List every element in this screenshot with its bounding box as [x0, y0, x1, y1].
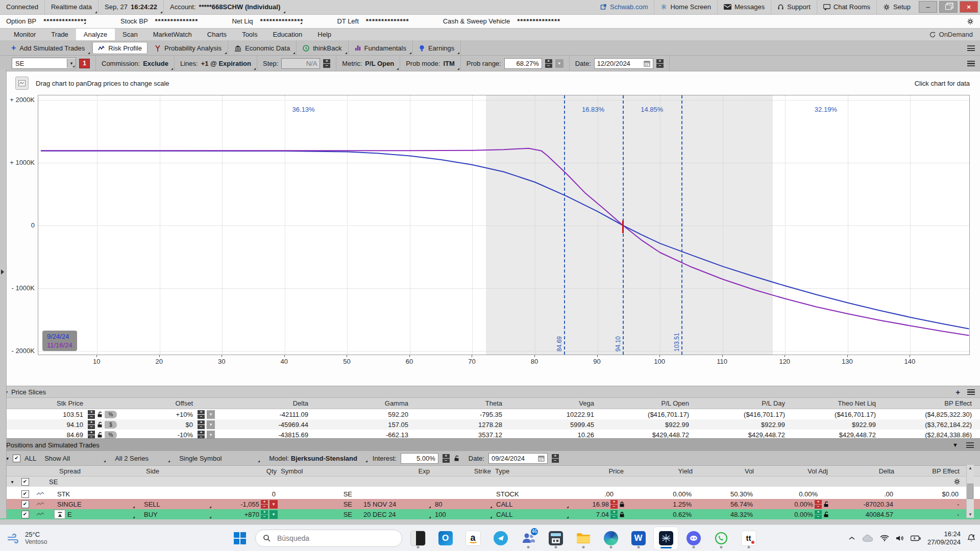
controls-menu-button[interactable]: [962, 61, 980, 66]
calendar-icon[interactable]: [538, 455, 545, 462]
price-stepper[interactable]: +−: [610, 500, 618, 509]
scrollbar-thumb[interactable]: [967, 484, 973, 499]
prob-range-stepper[interactable]: +−: [545, 59, 552, 68]
model-dropdown[interactable]: Model: Bjerksund-Stensland: [265, 454, 369, 463]
taskbar-app-telegram[interactable]: [488, 527, 512, 549]
tab-tools[interactable]: Tools: [234, 29, 265, 41]
schwab-link[interactable]: Schwab.com: [594, 0, 654, 14]
interest-stepper[interactable]: +−: [443, 454, 450, 463]
taskbar-app-edge[interactable]: [599, 527, 623, 549]
balance-net-liq[interactable]: Net Liq**************: [232, 17, 303, 25]
price-slices-header[interactable]: ▾ Price Slices +: [0, 386, 980, 398]
exp-cell[interactable]: 15 NOV 24: [355, 499, 432, 509]
support-button[interactable]: Support: [771, 0, 817, 14]
chart-line-icon[interactable]: [36, 491, 44, 496]
qty-stepper[interactable]: +−: [261, 510, 268, 519]
lock-open-icon[interactable]: [454, 455, 459, 462]
spread-cell[interactable]: E: [49, 509, 136, 519]
ondemand-button[interactable]: OnDemand: [922, 29, 980, 41]
position-row-buy[interactable]: ✔ E BUY +870 +− ▾ SE 20 DEC 24 100 CALL …: [0, 509, 980, 519]
price-stepper[interactable]: +−: [88, 420, 95, 429]
offset-dropdown[interactable]: ▾: [207, 431, 215, 439]
positions-scrollbar[interactable]: ▲ ▼: [966, 465, 974, 518]
y-axis[interactable]: + 2000K+ 1000K0- 1000K- 2000K: [6, 95, 38, 355]
vol-adj-stepper[interactable]: +−: [815, 500, 822, 509]
vol-adj-stepper[interactable]: +−: [815, 510, 822, 519]
price-slice-row[interactable]: 94.10 +− $ $0 +− ▾ -45969.44 157.05 1278…: [0, 419, 980, 430]
chat-rooms-button[interactable]: Chat Rooms: [817, 0, 877, 14]
chevron-down-icon[interactable]: ▾: [67, 59, 76, 68]
balance-settings-button[interactable]: [967, 18, 974, 25]
notifications-bell-icon[interactable]: [967, 534, 976, 542]
balance-option-bp[interactable]: Option BP**************: [6, 17, 87, 25]
close-button[interactable]: ×: [960, 1, 978, 13]
position-row-stock[interactable]: ✔ STK 0 SE STOCK .00 0.00% 50.30% 0.00% …: [0, 489, 980, 499]
all-checkbox[interactable]: ✔: [13, 455, 20, 462]
chart-line-icon[interactable]: [36, 502, 44, 507]
minimize-button[interactable]: –: [919, 1, 937, 13]
start-button[interactable]: [228, 527, 252, 549]
strike-cell[interactable]: 80: [432, 499, 493, 509]
taskbar-app-explorer[interactable]: [571, 527, 595, 549]
data-mode-dropdown[interactable]: Realtime data: [45, 0, 99, 14]
vol-adj-cell[interactable]: 0.00% +−: [756, 499, 830, 509]
positions-date-input[interactable]: 09/24/2024: [488, 453, 548, 464]
lock-closed-icon[interactable]: [619, 511, 625, 518]
tab-probability-analysis[interactable]: Probability Analysis: [149, 41, 228, 55]
offset-dropdown[interactable]: ▾: [207, 410, 215, 419]
scroll-down-icon[interactable]: ▼: [968, 512, 972, 517]
prob-range-dropdown[interactable]: ▾: [555, 59, 564, 68]
hamburger-icon[interactable]: [967, 389, 975, 395]
tab-earnings[interactable]: Earnings: [413, 41, 461, 55]
spread-cell[interactable]: SINGLE: [49, 499, 136, 509]
lock-open-icon[interactable]: [823, 511, 829, 518]
alert-badge[interactable]: 1: [79, 59, 90, 68]
taskbar-weather-widget[interactable]: 25°CVentoso: [7, 531, 47, 545]
offset-stepper[interactable]: +−: [198, 420, 205, 429]
side-cell[interactable]: SELL: [136, 499, 212, 509]
taskbar-app-outlook[interactable]: O: [433, 527, 457, 549]
symbol-group-row[interactable]: ▾ ✔ SE: [0, 477, 980, 489]
strike-cell[interactable]: 100: [432, 509, 493, 519]
positions-settings-button[interactable]: [896, 478, 974, 485]
taskbar-app-thinkorswim[interactable]: [654, 527, 678, 549]
symbol-select[interactable]: SE ▾: [12, 58, 76, 69]
lock-closed-icon[interactable]: [619, 501, 625, 508]
price-stepper[interactable]: +−: [610, 510, 618, 519]
tab-trade[interactable]: Trade: [43, 29, 76, 41]
add-simulated-trades-button[interactable]: + Add Simulated Trades: [5, 41, 91, 55]
onedrive-cloud-icon[interactable]: [862, 535, 873, 542]
volume-icon[interactable]: [896, 535, 904, 542]
interest-input[interactable]: 5.00%: [401, 453, 438, 464]
lock-open-icon[interactable]: [97, 411, 103, 418]
step-stepper[interactable]: +−: [323, 59, 330, 68]
taskbar-app-word[interactable]: W: [626, 527, 650, 549]
panel-expand-handle[interactable]: [1, 269, 4, 274]
unit-badge[interactable]: %: [105, 431, 117, 439]
qty-dropdown[interactable]: ▾: [270, 510, 278, 519]
tab-education[interactable]: Education: [265, 29, 310, 41]
date-input[interactable]: 12/20/2024: [594, 58, 653, 69]
taskbar-search[interactable]: [255, 530, 402, 547]
single-symbol-dropdown[interactable]: Single Symbol: [175, 454, 261, 463]
price-stepper[interactable]: +−: [88, 410, 95, 419]
tab-economic-data[interactable]: Economic Data: [228, 41, 297, 55]
rollup-icon[interactable]: [54, 510, 65, 519]
messages-button[interactable]: Messages: [718, 0, 771, 14]
restore-button[interactable]: [939, 1, 958, 13]
unit-badge[interactable]: $: [105, 421, 117, 429]
price-slice-row[interactable]: 103.51 +− % +10% +− ▾ -42111.09 592.20 -…: [0, 409, 980, 419]
offset-stepper[interactable]: +−: [198, 431, 205, 439]
row-checkbox[interactable]: ✔: [21, 511, 29, 518]
tab-monitor[interactable]: Monitor: [6, 29, 43, 41]
account-selector[interactable]: Account:*****668SCHW (Individual): [164, 0, 286, 14]
series-dropdown[interactable]: All 2 Series: [111, 454, 171, 463]
step-input[interactable]: N/A: [281, 58, 320, 69]
type-cell[interactable]: CALL: [493, 499, 570, 509]
search-input[interactable]: [276, 534, 370, 543]
x-axis[interactable]: 102030405060708090100110120130140: [38, 355, 970, 366]
taskbar-app-amazon[interactable]: a: [461, 527, 485, 549]
prob-range-input[interactable]: 68.27%: [504, 58, 542, 69]
unit-badge[interactable]: %: [105, 411, 117, 418]
date-stepper[interactable]: +−: [656, 59, 664, 68]
